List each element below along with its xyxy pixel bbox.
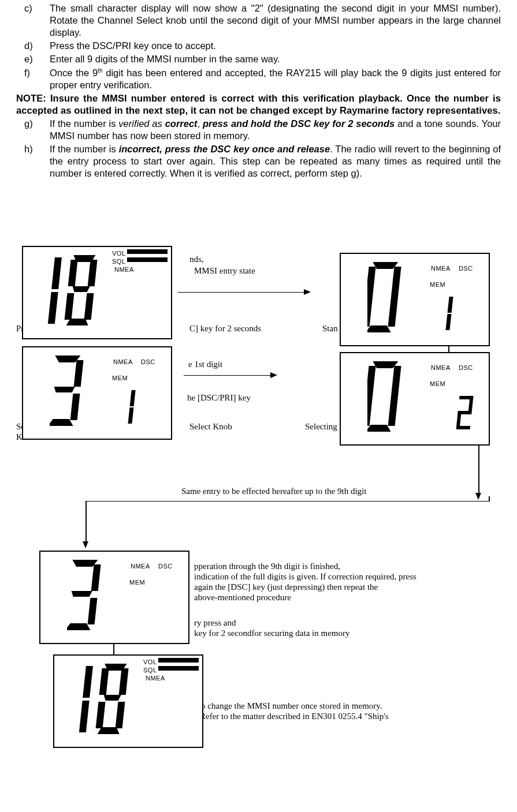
svg-rect-8 [84, 293, 94, 320]
svg-rect-29 [456, 413, 461, 426]
svg-rect-25 [388, 366, 401, 426]
diagram-label: Select Knob [189, 421, 232, 432]
svg-rect-34 [91, 564, 101, 591]
svg-marker-33 [71, 591, 92, 597]
list-text: Enter all 9 digits of the MMSI number in… [50, 53, 501, 65]
vol-bar-icon [127, 249, 168, 254]
diagram-label: Same entry to be effected hereafter up t… [181, 486, 366, 497]
diagram-area: nds, MMSI entry state Press C] key for 2… [16, 249, 501, 786]
svg-rect-6 [88, 260, 98, 286]
list-marker: c) [16, 2, 50, 39]
seven-segment-icon [442, 294, 460, 335]
svg-marker-17 [54, 387, 75, 392]
diagram-label: Refer to the matter described in EN301 0… [200, 711, 500, 722]
svg-rect-24 [367, 366, 376, 426]
diagram-label: C] key for 2 seconds [189, 323, 261, 334]
svg-rect-7 [65, 293, 75, 320]
svg-rect-41 [99, 668, 109, 695]
seven-segment-icon [50, 352, 90, 433]
nmea-label: NMEA [114, 265, 134, 274]
mem-label: MEM [129, 578, 145, 586]
mem-label: MEM [430, 380, 445, 388]
diagram-label: l to change the MMSI number once stored … [194, 701, 382, 712]
mem-label: MEM [112, 374, 128, 382]
seven-segment-icon [75, 660, 139, 741]
diagram-label: he [DSC/PRI] key [187, 392, 251, 403]
diagram-label: ry press and [194, 618, 236, 628]
note-paragraph: NOTE: Insure the MMSI number entered is … [16, 92, 501, 117]
arrow-icon [85, 501, 87, 541]
svg-rect-18 [74, 360, 84, 387]
sql-bar-icon [127, 257, 168, 262]
svg-rect-19 [70, 394, 80, 420]
dsc-label: DSC [459, 364, 473, 372]
svg-rect-14 [445, 314, 451, 330]
list-marker: e) [16, 53, 50, 65]
svg-marker-4 [72, 286, 90, 292]
svg-rect-30 [456, 426, 470, 429]
seven-segment-icon [44, 252, 107, 332]
diagram-label: Selecting [305, 421, 337, 432]
mem-label: MEM [430, 280, 445, 289]
list-marker: d) [16, 40, 50, 52]
svg-rect-35 [88, 598, 98, 624]
svg-rect-43 [96, 702, 106, 728]
svg-rect-11 [367, 267, 376, 327]
list-text: The small character display will now sho… [50, 2, 501, 39]
seven-segment-icon [456, 394, 479, 434]
svg-marker-32 [67, 623, 91, 630]
arrow-head-icon [83, 541, 88, 548]
lcd-panel: VOL SQL NMEA [53, 654, 203, 748]
lcd-panel: VOL SQL NMEA [22, 246, 172, 339]
arrow-head-icon [304, 289, 311, 295]
svg-marker-23 [367, 425, 392, 432]
list-text: Press the DSC/PRI key once to accept. [50, 40, 501, 52]
diagram-label: key for 2 secondfor securing data in mem… [194, 628, 350, 639]
svg-rect-21 [128, 407, 133, 424]
arrow-icon [478, 443, 479, 493]
lcd-panel: NMEA DSC MEM [340, 253, 490, 346]
vol-label: VOL [143, 658, 157, 666]
svg-marker-10 [367, 325, 392, 332]
diagram-label: indication of the full digits is given. … [194, 571, 416, 582]
seven-segment-icon [367, 259, 408, 339]
list-item: h) If the number is incorrect, press the… [16, 143, 501, 179]
arrow-head-icon [270, 372, 277, 378]
diagram-label: pperation through the 9th digit is finis… [194, 561, 340, 572]
diagram-label: Stan [322, 323, 338, 334]
nmea-label: NMEA [113, 358, 133, 366]
diagram-label: above-mentioned procedure [194, 592, 291, 603]
arrow-icon [489, 496, 490, 502]
instruction-list-gh: g) If the number is verified as correct,… [16, 118, 501, 180]
svg-rect-13 [448, 297, 453, 313]
lcd-panel: NMEA DSC MEM [22, 346, 172, 440]
list-marker: g) [16, 118, 50, 142]
arrow-icon [184, 375, 270, 376]
arrow-head-icon [475, 493, 481, 500]
svg-rect-20 [130, 390, 136, 406]
vol-bar-icon [158, 658, 199, 663]
svg-rect-12 [388, 267, 401, 327]
lcd-panel: NMEA DSC MEM [39, 551, 189, 644]
diagram-label: MMSI entry state [194, 265, 255, 276]
list-item: c) The small character display will now … [16, 2, 501, 39]
seven-segment-icon [67, 556, 107, 637]
svg-marker-16 [50, 419, 74, 426]
arrow-icon [178, 292, 304, 293]
list-item: e) Enter all 9 digits of the MMSI number… [16, 53, 501, 65]
sql-label: SQL [143, 666, 157, 674]
list-item: f) Once the 9th digit has been entered a… [16, 67, 501, 91]
lcd-panel: NMEA DSC MEM [340, 352, 490, 446]
svg-rect-0 [51, 257, 62, 289]
nmea-label: NMEA [146, 674, 165, 682]
diagram-label: again the [DSC] key (just depressing) th… [194, 582, 378, 593]
list-item: d) Press the DSC/PRI key once to accept. [16, 40, 501, 52]
dsc-label: DSC [158, 562, 173, 570]
svg-marker-40 [103, 695, 121, 701]
list-text: If the number is incorrect, press the DS… [50, 143, 501, 179]
sql-label: SQL [112, 257, 126, 265]
list-item: g) If the number is verified as correct,… [16, 118, 501, 142]
svg-rect-1 [48, 292, 58, 324]
svg-rect-36 [83, 666, 93, 698]
list-text: Once the 9th digit has been entered and … [50, 67, 501, 91]
